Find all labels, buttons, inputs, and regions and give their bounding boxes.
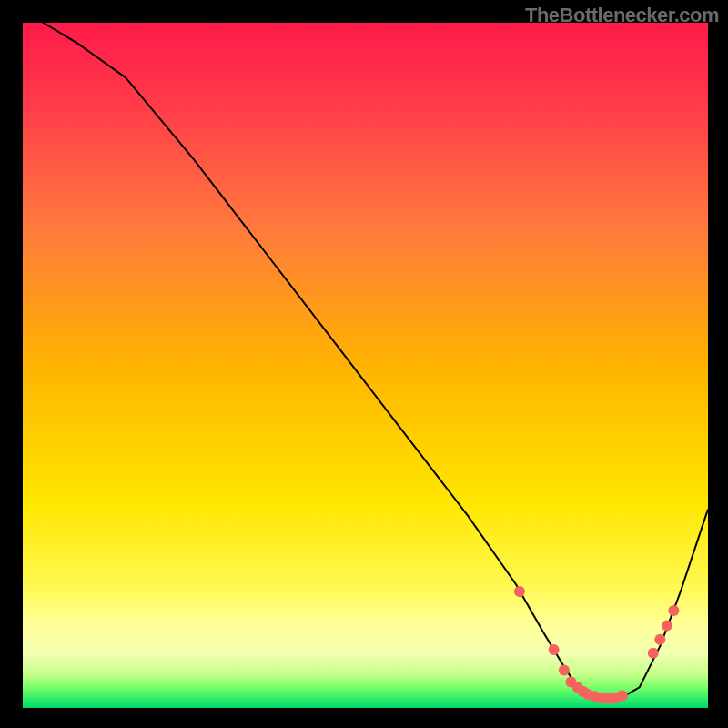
highlight-point bbox=[668, 605, 679, 616]
highlight-point bbox=[617, 690, 628, 701]
highlight-point bbox=[654, 634, 665, 645]
highlight-point bbox=[662, 621, 672, 632]
highlight-point bbox=[559, 665, 570, 676]
highlight-point bbox=[648, 648, 659, 659]
plot-area bbox=[23, 23, 708, 708]
chart-svg bbox=[23, 23, 708, 708]
highlight-point bbox=[549, 644, 560, 655]
highlight-point bbox=[514, 586, 525, 597]
chart-container: TheBottlenecker.com bbox=[0, 0, 728, 728]
gradient-background bbox=[23, 23, 708, 708]
